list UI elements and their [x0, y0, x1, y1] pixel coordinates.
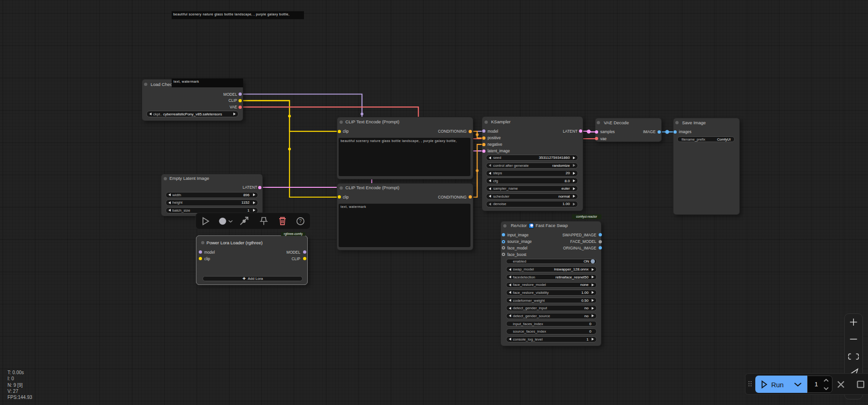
svg-text:Run: Run: [771, 381, 784, 388]
svg-text:?: ?: [299, 219, 302, 224]
